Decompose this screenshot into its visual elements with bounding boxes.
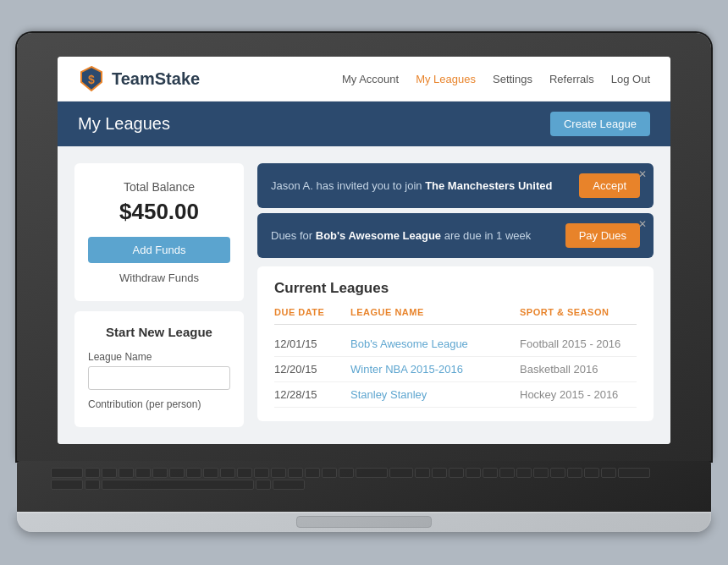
dues-league-name: Bob's Awesome League [316, 229, 441, 242]
key [449, 468, 464, 478]
key [186, 468, 201, 478]
keyboard-keys [51, 468, 677, 490]
right-panel: ✕ Jason A. has invited you to join The M… [257, 163, 654, 427]
key [85, 480, 100, 490]
key [288, 468, 303, 478]
balance-label: Total Balance [88, 180, 230, 194]
accept-button[interactable]: Accept [579, 173, 640, 198]
logo: $ TeamStake [78, 65, 200, 92]
row3-sport: Hockey 2015 - 2016 [520, 388, 637, 401]
key [51, 468, 83, 478]
logo-text: TeamStake [112, 69, 200, 89]
nav-settings[interactable]: Settings [493, 73, 532, 85]
invite-text: Jason A. has invited you to join The Man… [271, 179, 579, 192]
leagues-title: Current Leagues [274, 280, 637, 297]
key [102, 480, 254, 490]
laptop-container: $ TeamStake My Account My Leagues Settin… [17, 33, 711, 532]
row1-sport: Football 2015 - 2016 [520, 337, 637, 350]
key [483, 468, 498, 478]
balance-amount: $450.00 [88, 199, 230, 225]
key [499, 468, 515, 478]
create-league-button[interactable]: Create League [550, 112, 650, 136]
leagues-section: Current Leagues DUE DATE LEAGUE NAME SPO… [257, 266, 654, 421]
key [415, 468, 430, 478]
table-row: 12/28/15 Stanley Stanley Hockey 2015 - 2… [274, 382, 637, 408]
nav-my-account[interactable]: My Account [342, 73, 399, 85]
key [273, 480, 305, 490]
svg-text:$: $ [88, 73, 95, 86]
new-league-title: Start New League [88, 325, 230, 339]
withdraw-link[interactable]: Withdraw Funds [88, 272, 230, 284]
key [271, 468, 286, 478]
col-due-date: DUE DATE [274, 307, 350, 317]
row3-league[interactable]: Stanley Stanley [350, 388, 520, 401]
key [389, 468, 413, 478]
dues-close-icon[interactable]: ✕ [638, 218, 647, 230]
left-panel: Total Balance $450.00 Add Funds Withdraw… [74, 163, 244, 427]
nav-links: My Account My Leagues Settings Referrals… [342, 73, 650, 85]
pay-dues-button[interactable]: Pay Dues [565, 223, 640, 248]
key [516, 468, 532, 478]
nav-logout[interactable]: Log Out [611, 73, 650, 85]
page-title: My Leagues [78, 114, 170, 134]
key [135, 468, 151, 478]
key [567, 468, 582, 478]
league-name-input[interactable] [88, 366, 230, 390]
key [51, 480, 83, 490]
col-league-name: LEAGUE NAME [350, 307, 520, 317]
table-row: 12/20/15 Winter NBA 2015-2016 Basketball… [274, 357, 637, 382]
key [356, 468, 388, 478]
nav-my-leagues[interactable]: My Leagues [416, 73, 476, 85]
balance-card: Total Balance $450.00 Add Funds Withdraw… [74, 163, 244, 301]
col-sport: SPORT & SEASON [520, 307, 637, 317]
key [254, 468, 269, 478]
screen: $ TeamStake My Account My Leagues Settin… [58, 57, 670, 444]
key [550, 468, 565, 478]
key [322, 468, 337, 478]
key [169, 468, 185, 478]
key [466, 468, 481, 478]
key [533, 468, 549, 478]
add-funds-button[interactable]: Add Funds [88, 237, 230, 263]
main-content: Total Balance $450.00 Add Funds Withdraw… [58, 146, 670, 444]
row2-league[interactable]: Winter NBA 2015-2016 [350, 363, 520, 376]
dues-text: Dues for Bob's Awesome League are due in… [271, 229, 565, 242]
contribution-label: Contribution (per person) [88, 398, 230, 410]
invite-league-name: The Manchesters United [425, 179, 552, 192]
key [237, 468, 252, 478]
invite-notification: ✕ Jason A. has invited you to join The M… [257, 163, 654, 208]
row2-sport: Basketball 2016 [520, 363, 637, 376]
key [584, 468, 599, 478]
key [339, 468, 354, 478]
keyboard [17, 461, 711, 512]
dues-notification: ✕ Dues for Bob's Awesome League are due … [257, 213, 654, 258]
key [618, 468, 650, 478]
key [256, 480, 271, 490]
screen-bezel: $ TeamStake My Account My Leagues Settin… [17, 33, 711, 461]
row2-date: 12/20/15 [274, 363, 350, 376]
invite-close-icon[interactable]: ✕ [638, 168, 647, 180]
league-name-label: League Name [88, 351, 230, 363]
trackpad[interactable] [296, 516, 432, 528]
nav-bar: $ TeamStake My Account My Leagues Settin… [58, 57, 670, 101]
key [102, 468, 117, 478]
header-bar: My Leagues Create League [58, 101, 670, 146]
trackpad-area [17, 512, 711, 532]
row1-league[interactable]: Bob's Awesome League [350, 337, 520, 350]
key [203, 468, 218, 478]
key [85, 468, 100, 478]
key [220, 468, 235, 478]
key [152, 468, 168, 478]
table-row: 12/01/15 Bob's Awesome League Football 2… [274, 332, 637, 357]
logo-icon: $ [78, 65, 105, 92]
key [305, 468, 320, 478]
new-league-card: Start New League League Name Contributio… [74, 311, 244, 427]
key [601, 468, 616, 478]
nav-referrals[interactable]: Referrals [549, 73, 594, 85]
row3-date: 12/28/15 [274, 388, 350, 401]
row1-date: 12/01/15 [274, 337, 350, 350]
key [432, 468, 447, 478]
key [119, 468, 134, 478]
table-header: DUE DATE LEAGUE NAME SPORT & SEASON [274, 307, 637, 325]
